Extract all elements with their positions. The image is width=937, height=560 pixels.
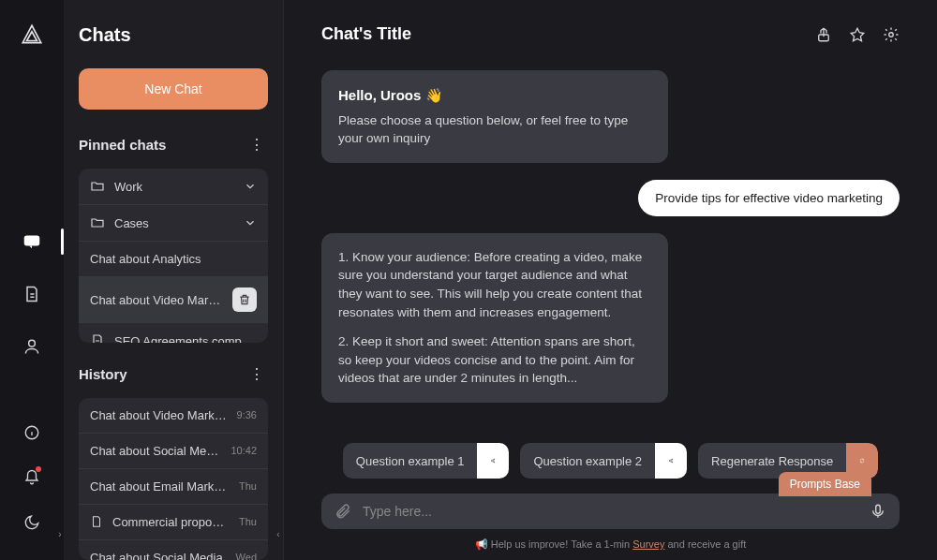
svg-point-1 xyxy=(29,340,36,346)
bot-paragraph: 1. Know your audience: Before creating a… xyxy=(338,248,651,321)
quick-label: Question example 2 xyxy=(520,454,655,468)
history-label: Commercial proposal Ag... xyxy=(112,515,230,529)
bot-response: 1. Know your audience: Before creating a… xyxy=(321,233,668,403)
svg-point-4 xyxy=(889,32,894,37)
app-logo xyxy=(20,22,44,47)
delete-chat-button[interactable] xyxy=(232,287,257,312)
pinned-menu-icon[interactable]: ⋮ xyxy=(245,132,268,157)
icon-rail: › xyxy=(0,0,64,560)
settings-icon[interactable] xyxy=(883,26,900,43)
main-header: Chat's Title xyxy=(321,24,900,44)
nav-profile-icon[interactable] xyxy=(13,328,51,365)
notification-badge xyxy=(36,466,41,472)
history-item[interactable]: Chat about Social Media 10:42 xyxy=(79,434,268,469)
folder-label: Cases xyxy=(114,216,234,230)
history-item[interactable]: Chat about Video Marketing 9:36 xyxy=(79,398,268,434)
history-time: 10:42 xyxy=(231,445,257,456)
document-icon xyxy=(90,515,103,528)
chevron-down-icon xyxy=(244,180,257,193)
history-item[interactable]: Commercial proposal Ag... Thu xyxy=(79,505,268,540)
history-list: Chat about Video Marketing 9:36 Chat abo… xyxy=(79,398,268,560)
nav-info-icon[interactable] xyxy=(13,414,51,451)
conversation: Hello, Uroos 👋 Please choose a question … xyxy=(321,70,900,428)
history-item[interactable]: Chat about Social Media Wed xyxy=(79,540,268,560)
document-icon xyxy=(90,333,105,343)
quick-question-1[interactable]: Question example 1 xyxy=(343,443,510,479)
survey-link[interactable]: Survey xyxy=(632,538,664,550)
folder-icon xyxy=(90,179,105,194)
svg-rect-0 xyxy=(24,236,40,246)
quick-label: Question example 1 xyxy=(343,454,478,468)
send-icon xyxy=(477,443,509,479)
history-time: Thu xyxy=(239,516,257,527)
main-panel: Chat's Title Hello, Uroos 👋 Please choos… xyxy=(284,0,937,560)
nav-theme-icon[interactable] xyxy=(13,504,51,541)
attach-icon[interactable] xyxy=(335,503,351,520)
pinned-label: Chat about Video Market... xyxy=(90,293,223,307)
folder-cases[interactable]: Cases xyxy=(79,205,268,242)
sidebar-title: Chats xyxy=(79,24,268,46)
bot-paragraph: 2. Keep it short and sweet: Attention sp… xyxy=(338,332,651,388)
message-input-row xyxy=(321,494,900,529)
trash-icon xyxy=(238,293,251,306)
pinned-chat-video-marketing[interactable]: Chat about Video Market... xyxy=(79,277,268,323)
pinned-list: Work Cases Chat about Analytics Chat abo… xyxy=(79,169,268,343)
new-chat-button[interactable]: New Chat xyxy=(79,68,268,110)
nav-chats-icon[interactable] xyxy=(13,223,51,260)
regenerate-label: Regenerate Response xyxy=(698,454,846,468)
pinned-label: SEO Agreements compar... xyxy=(114,334,257,343)
history-time: Wed xyxy=(236,552,257,560)
bot-greeting: Hello, Uroos 👋 Please choose a question … xyxy=(321,70,668,163)
mic-icon[interactable] xyxy=(870,503,886,520)
message-input[interactable] xyxy=(363,504,858,519)
user-message: Provide tips for effective video marketi… xyxy=(638,180,900,216)
footer-pre: 📢 Help us improve! Take a 1-min xyxy=(475,538,632,550)
history-label: Chat about Video Marketing xyxy=(90,408,228,422)
prompts-base-tag[interactable]: Prompts Base xyxy=(779,472,871,496)
chevron-down-icon xyxy=(244,216,257,229)
history-time: 9:36 xyxy=(237,409,257,420)
quick-question-2[interactable]: Question example 2 xyxy=(520,443,687,479)
svg-rect-5 xyxy=(876,505,881,513)
history-heading: History xyxy=(79,366,127,382)
send-icon xyxy=(655,443,687,479)
folder-icon xyxy=(90,215,105,230)
pinned-label: Chat about Analytics xyxy=(90,252,257,266)
chat-title: Chat's Title xyxy=(321,24,411,44)
footer-note: 📢 Help us improve! Take a 1-min Survey a… xyxy=(321,538,900,551)
sidebar-collapse-toggle[interactable]: ‹ xyxy=(274,526,283,541)
history-item[interactable]: Chat about Email Marketing Thu xyxy=(79,469,268,505)
greeting-title: Hello, Uroos 👋 xyxy=(338,85,651,106)
share-icon[interactable] xyxy=(815,26,832,43)
nav-notifications-icon[interactable] xyxy=(13,459,51,496)
history-label: Chat about Social Media xyxy=(90,551,227,560)
greeting-sub: Please choose a question below, or feel … xyxy=(338,111,651,148)
folder-label: Work xyxy=(114,180,234,194)
history-label: Chat about Email Marketing xyxy=(90,479,230,494)
history-menu-icon[interactable]: ⋮ xyxy=(245,361,268,387)
sidebar: Chats New Chat Pinned chats ⋮ Work Cases… xyxy=(64,0,284,560)
pinned-chat-analytics[interactable]: Chat about Analytics xyxy=(79,242,268,277)
pin-icon[interactable] xyxy=(849,26,866,43)
history-label: Chat about Social Media xyxy=(90,444,221,458)
pinned-chat-seo[interactable]: SEO Agreements compar... xyxy=(79,323,268,343)
history-time: Thu xyxy=(239,480,257,492)
footer-post: and receive a gift xyxy=(664,538,746,550)
folder-work[interactable]: Work xyxy=(79,169,268,205)
nav-documents-icon[interactable] xyxy=(13,275,51,313)
pinned-heading: Pinned chats xyxy=(79,137,166,153)
